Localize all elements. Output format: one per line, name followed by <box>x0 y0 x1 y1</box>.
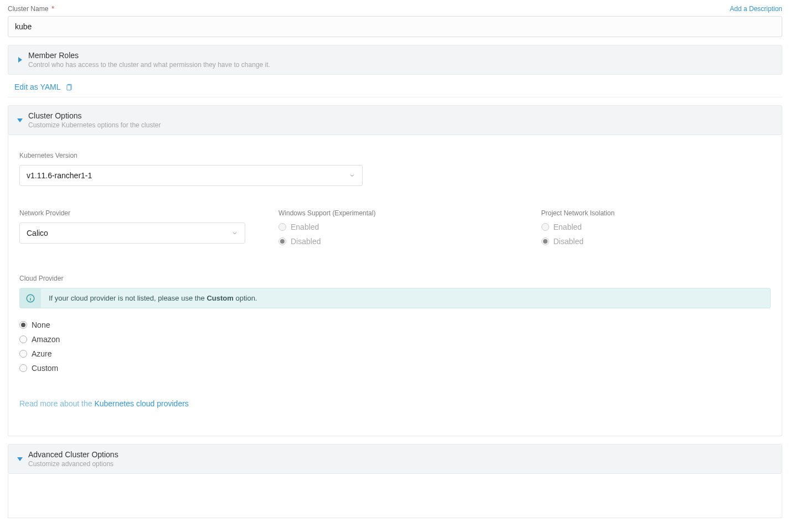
cp-azure-label: Azure <box>32 349 52 358</box>
cluster-options-subtitle: Customize Kubernetes options for the clu… <box>28 121 161 129</box>
kubernetes-cloud-providers-link[interactable]: Kubernetes cloud providers <box>94 399 188 408</box>
network-provider-select[interactable]: Calico <box>19 223 245 244</box>
project-isolation-label: Project Network Isolation <box>541 209 771 217</box>
info-prefix: If your cloud provider is not listed, pl… <box>49 294 206 302</box>
member-roles-subtitle: Control who has access to the cluster an… <box>28 61 270 69</box>
cloud-provider-none[interactable]: None <box>19 321 771 329</box>
cluster-options-title: Cluster Options <box>28 111 161 120</box>
info-bold: Custom <box>206 294 233 302</box>
clipboard-icon <box>65 83 73 91</box>
add-description-link[interactable]: Add a Description <box>730 5 782 13</box>
cp-amazon-radio[interactable] <box>19 335 27 343</box>
cp-amazon-label: Amazon <box>32 335 60 344</box>
windows-disabled-label: Disabled <box>291 237 321 246</box>
advanced-options-title: Advanced Cluster Options <box>28 450 118 459</box>
cloud-provider-amazon[interactable]: Amazon <box>19 335 771 344</box>
cloud-provider-info-banner: If your cloud provider is not listed, pl… <box>19 288 771 308</box>
edit-as-yaml-link[interactable]: Edit as YAML <box>14 82 61 91</box>
k8s-version-value: v1.11.6-rancher1-1 <box>27 171 92 180</box>
isolation-disabled-label: Disabled <box>554 237 584 246</box>
info-suffix: option. <box>234 294 257 302</box>
windows-enabled-radio <box>278 223 286 231</box>
project-isolation-disabled: Disabled <box>541 237 771 246</box>
isolation-enabled-label: Enabled <box>554 223 582 231</box>
chevron-right-icon <box>18 57 22 63</box>
divider <box>8 97 782 97</box>
chevron-down-icon <box>17 118 23 122</box>
member-roles-title: Member Roles <box>28 51 270 60</box>
cp-none-radio[interactable] <box>19 321 27 329</box>
svg-rect-1 <box>66 85 70 90</box>
cp-custom-radio[interactable] <box>19 364 27 372</box>
advanced-options-subtitle: Customize advanced options <box>28 460 118 468</box>
chevron-down-icon <box>17 457 23 461</box>
windows-support-disabled: Disabled <box>278 237 508 246</box>
cluster-options-accordion[interactable]: Cluster Options Customize Kubernetes opt… <box>8 105 782 135</box>
chevron-down-icon <box>231 230 238 236</box>
cp-custom-label: Custom <box>32 364 58 373</box>
cp-none-label: None <box>32 321 50 329</box>
info-icon <box>25 293 35 303</box>
network-provider-value: Calico <box>27 229 48 237</box>
read-more-prefix: Read more about the <box>19 399 94 408</box>
cluster-name-input[interactable] <box>8 16 782 37</box>
cloud-provider-read-more: Read more about the Kubernetes cloud pro… <box>19 399 771 408</box>
member-roles-accordion[interactable]: Member Roles Control who has access to t… <box>8 45 782 75</box>
cloud-provider-azure[interactable]: Azure <box>19 349 771 358</box>
project-isolation-enabled: Enabled <box>541 223 771 231</box>
windows-enabled-label: Enabled <box>291 223 319 231</box>
cluster-name-label: Cluster Name <box>8 5 48 13</box>
isolation-enabled-radio <box>541 223 549 231</box>
windows-support-label: Windows Support (Experimental) <box>278 209 508 217</box>
windows-support-enabled: Enabled <box>278 223 508 231</box>
network-provider-label: Network Provider <box>19 209 245 217</box>
k8s-version-select[interactable]: v1.11.6-rancher1-1 <box>19 165 363 186</box>
cp-azure-radio[interactable] <box>19 350 27 358</box>
advanced-options-accordion[interactable]: Advanced Cluster Options Customize advan… <box>8 444 782 474</box>
k8s-version-label: Kubernetes Version <box>19 152 771 159</box>
required-asterisk: * <box>51 4 54 13</box>
isolation-disabled-radio <box>541 237 549 245</box>
windows-disabled-radio <box>278 237 286 245</box>
cluster-options-panel: Kubernetes Version v1.11.6-rancher1-1 Ne… <box>8 135 782 436</box>
advanced-options-panel <box>8 474 782 518</box>
chevron-down-icon <box>349 172 355 179</box>
cloud-provider-label: Cloud Provider <box>19 275 771 282</box>
cloud-provider-custom[interactable]: Custom <box>19 364 771 373</box>
